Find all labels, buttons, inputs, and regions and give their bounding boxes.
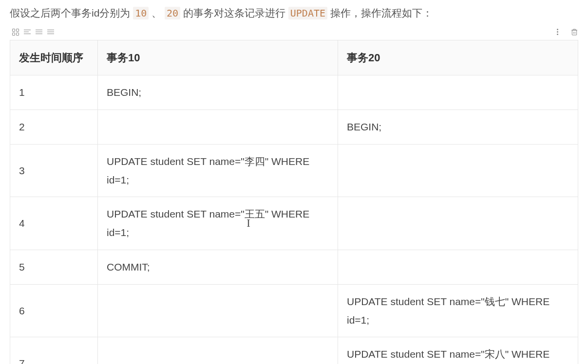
cell-seq[interactable]: 1 [10,75,98,110]
cell-tx10[interactable]: COMMIT; [98,250,338,284]
header-tx20: 事务20 [338,40,578,75]
cell-tx10[interactable] [98,337,338,364]
cell-tx20[interactable] [338,75,578,110]
cell-tx20[interactable] [338,197,578,250]
intro-mid: 的事务对这条记录进行 [183,7,285,18]
list-view-icon-1[interactable] [24,28,31,36]
table-row[interactable]: 5COMMIT; [10,250,578,284]
list-view-icon-2[interactable] [36,28,42,36]
cell-seq[interactable]: 4 [10,197,98,250]
cell-seq[interactable]: 7 [10,337,98,364]
table-row[interactable]: 2BEGIN; [10,109,578,144]
list-view-icon-3[interactable] [47,28,54,36]
cell-seq[interactable]: 2 [10,109,98,144]
table-row[interactable]: 6UPDATE student SET name="钱七" WHERE id=1… [10,284,578,337]
cell-tx10[interactable]: UPDATE student SET name="李四" WHERE id=1; [98,144,338,197]
intro-id2: 20 [165,7,180,19]
intro-suffix: 操作，操作流程如下： [330,7,433,18]
cell-seq[interactable]: 5 [10,250,98,284]
cell-tx20[interactable] [338,144,578,197]
intro-id1: 10 [133,7,149,19]
cell-tx10[interactable]: BEGIN; [98,75,338,110]
cell-tx20[interactable]: UPDATE student SET name="钱七" WHERE id=1; [338,284,578,337]
table-header-row: 发生时间顺序 事务10 事务20 [10,40,578,75]
table-row[interactable]: 4UPDATE student SET name="王五" WHERE id=1… [10,197,578,250]
intro-op: UPDATE [288,7,327,19]
table-row[interactable]: 3UPDATE student SET name="李四" WHERE id=1… [10,144,578,197]
cell-tx20[interactable]: UPDATE student SET name="宋八" WHERE id=1; [338,337,578,364]
delete-icon[interactable] [570,28,578,36]
more-options-icon[interactable] [557,28,565,36]
text-cursor-icon: I [247,213,250,234]
cell-seq[interactable]: 3 [10,144,98,197]
table-row[interactable]: 7UPDATE student SET name="宋八" WHERE id=1… [10,337,578,364]
intro-paragraph: 假设之后两个事务id分别为 10 、 20 的事务对这条记录进行 UPDATE … [0,5,588,26]
table-row[interactable]: 1BEGIN; [10,75,578,110]
header-seq: 发生时间顺序 [10,40,98,75]
cell-tx10[interactable] [98,284,338,337]
cell-tx10[interactable] [98,109,338,144]
toolbar-left [12,28,54,36]
transaction-table[interactable]: 发生时间顺序 事务10 事务20 1BEGIN;2BEGIN;3UPDATE s… [10,40,578,364]
cell-tx20[interactable] [338,250,578,284]
grid-view-icon[interactable] [12,29,19,36]
intro-sep: 、 [152,7,162,18]
cell-tx20[interactable]: BEGIN; [338,109,578,144]
cell-tx10[interactable]: UPDATE student SET name="王五" WHERE id=1;… [98,197,338,250]
table-toolbar [0,26,588,40]
toolbar-right [557,28,578,36]
header-tx10: 事务10 [98,40,338,75]
intro-prefix: 假设之后两个事务id分别为 [10,7,130,18]
cell-seq[interactable]: 6 [10,284,98,337]
